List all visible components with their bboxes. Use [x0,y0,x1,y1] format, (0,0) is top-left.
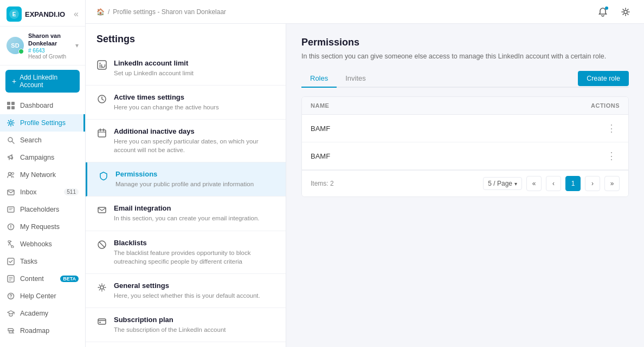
settings-item-content: LinkedIn account limit Set up LinkedIn a… [114,59,275,77]
settings-item-title: General settings [114,281,275,290]
settings-item-desc: The blacklist feature provides opportuni… [114,248,275,266]
sidebar-item-inbox[interactable]: Inbox 511 [0,184,85,201]
sidebar-item-profile-settings[interactable]: Profile Settings [0,114,85,132]
main-wrapper: 🏠 / Profile settings - Sharon van Donkel… [86,0,644,347]
svg-line-38 [99,242,105,247]
permissions-table: NAME ACTIONS BAMF ⋮ BAMF ⋮ Items: 2 [301,96,629,197]
settings-item-desc: Here you can specify particular dates, o… [114,137,275,154]
settings-item-linkedin-account-limit[interactable]: LinkedIn account limit Set up LinkedIn a… [86,51,286,86]
tab-roles[interactable]: Roles [301,70,337,88]
settings-item-title: Active times settings [114,93,275,101]
sidebar-item-label: Tasks [20,258,37,265]
sidebar-item-label: Search [20,136,42,144]
grid-icon [7,101,15,110]
settings-icon [7,119,15,127]
notification-button[interactable] [595,4,610,19]
logo-icon: E [7,6,22,22]
sidebar-item-academy[interactable]: Academy [0,305,85,322]
prev-page-button[interactable]: ‹ [546,176,561,191]
sidebar: E EXPANDI.IO « SD Sharon van Donkelaar #… [0,0,86,347]
gear-icon [96,282,107,293]
settings-item-content: Blacklists The blacklist feature provide… [114,239,275,266]
tab-invites[interactable]: Invites [337,70,375,88]
settings-item-content: Permissions Manage your public profile a… [115,170,275,188]
first-page-button[interactable]: « [526,176,542,191]
svg-rect-4 [7,106,10,109]
svg-point-39 [100,286,104,289]
action-menu-button[interactable]: ⋮ [603,121,620,135]
col-actions-label: ACTIONS [565,102,620,109]
help-icon [7,292,15,300]
row-name: BAMF [311,152,565,160]
home-icon[interactable]: 🏠 [96,8,105,16]
chevron-down-icon: ▾ [514,181,517,187]
breadcrumb-sep: / [108,8,110,16]
topbar: 🏠 / Profile settings - Sharon van Donkel… [86,0,644,24]
settings-sidebar: Settings LinkedIn account limit Set up L… [86,24,286,347]
logo-text: EXPANDI.IO [25,10,65,18]
sidebar-item-campaigns[interactable]: Campaigns [0,149,85,166]
sidebar-item-dashboard[interactable]: Dashboard [0,97,85,114]
mail-icon [7,188,15,197]
create-role-button[interactable]: Create role [578,71,629,86]
tasks-icon [7,257,15,266]
sidebar-item-content[interactable]: Content BETA [0,270,85,287]
sidebar-item-label: Content [20,275,44,283]
collapse-sidebar-button[interactable]: « [74,9,79,19]
settings-item-content: Additional inactive days Here you can sp… [114,127,275,154]
svg-point-10 [12,172,14,174]
settings-item-desc: Manage your public profile and private i… [115,180,275,188]
settings-item-permissions[interactable]: Permissions Manage your public profile a… [86,162,286,197]
next-page-button[interactable]: › [585,176,600,191]
items-count: Items: 2 [311,180,334,187]
inbox-badge: 511 [64,188,79,195]
sidebar-item-placeholders[interactable]: Placeholders [0,201,85,218]
sidebar-item-my-requests[interactable]: My Requests [0,218,85,235]
search-icon [7,136,15,145]
settings-item-subscription-plan[interactable]: Subscription plan The subscription of th… [86,308,286,342]
megaphone-icon [7,153,15,162]
content-beta-badge: BETA [60,276,79,282]
sidebar-item-roadmap[interactable]: Roadmap [0,322,85,339]
content-area: Settings LinkedIn account limit Set up L… [86,24,644,347]
svg-point-9 [9,172,11,175]
settings-item-title: Permissions [115,170,275,178]
settings-item-title: Email integration [114,204,275,212]
settings-item-active-times[interactable]: Active times settings Here you can chang… [86,86,286,120]
sidebar-item-webhooks[interactable]: Webhooks [0,235,85,253]
sidebar-item-my-network[interactable]: My Network [0,166,85,184]
svg-point-24 [10,297,11,298]
sidebar-item-label: Inbox [20,188,37,196]
settings-item-desc: Here, you select whether this is your de… [114,291,275,300]
svg-point-17 [10,228,11,228]
linkedin-icon [96,60,107,70]
settings-item-general-settings[interactable]: General settings Here, you select whethe… [86,274,286,308]
sidebar-logo: E EXPANDI.IO « [0,0,85,27]
topbar-icons [595,4,633,19]
svg-text:E: E [12,11,16,17]
sidebar-item-help-center[interactable]: Help Center [0,287,85,305]
sidebar-item-label: Webhooks [20,240,52,248]
sidebar-item-search[interactable]: Search [0,132,85,149]
sidebar-item-label: Help Center [20,292,56,300]
sidebar-item-tasks[interactable]: Tasks [0,253,85,270]
action-menu-button[interactable]: ⋮ [603,149,620,163]
user-id: # 6643 [28,48,71,54]
per-page-select[interactable]: 5 / Page ▾ [483,177,522,190]
last-page-button[interactable]: » [604,176,620,191]
settings-item-desc: Here you can change the active hours [114,103,275,112]
sidebar-item-add-linkedin[interactable]: + Add LinkedIn Account [5,70,80,93]
settings-item-email-integration[interactable]: Email integration In this section, you c… [86,197,286,231]
page-1-button[interactable]: 1 [565,176,581,191]
settings-item-blacklists[interactable]: Blacklists The blacklist feature provide… [86,231,286,274]
chevron-down-icon[interactable]: ▾ [75,42,79,49]
settings-item-additional-inactive-days[interactable]: Additional inactive days Here you can sp… [86,120,286,162]
table-row: BAMF ⋮ [302,115,628,142]
card-icon [96,316,107,327]
sidebar-item-label: Dashboard [20,102,53,109]
settings-title: Settings [86,24,286,51]
placeholder-icon [7,205,15,214]
settings-button[interactable] [618,4,633,19]
calendar-icon [96,128,107,139]
content-icon [7,274,15,283]
